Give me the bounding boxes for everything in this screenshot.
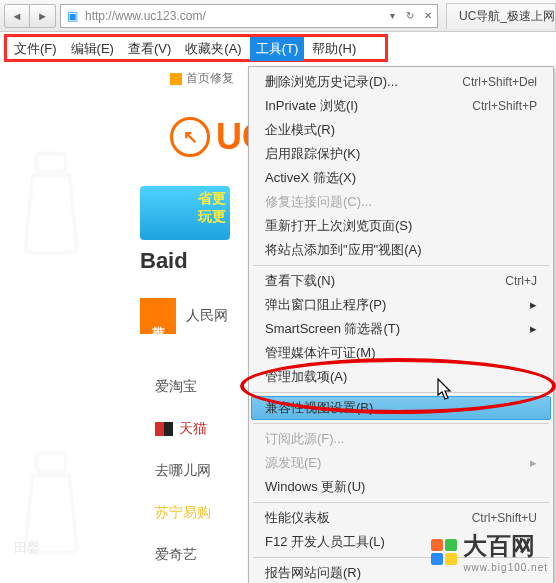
menu-item-label: 源发现(E) — [265, 451, 321, 475]
menu-item-label: F12 开发人员工具(L) — [265, 530, 385, 554]
menu-separator — [253, 423, 549, 424]
menu-item-label: Windows 更新(U) — [265, 475, 365, 499]
menu-file[interactable]: 文件(F) — [8, 37, 63, 61]
tmall-icon — [155, 422, 173, 436]
breadcrumb: 首页修复 — [170, 70, 234, 87]
url-input[interactable] — [83, 9, 383, 23]
menu-item-label: 性能仪表板 — [265, 506, 330, 530]
menu-item-label: 查看下载(N) — [265, 269, 335, 293]
menu-item-13[interactable]: 管理加载项(A) — [251, 365, 551, 389]
menu-item-7[interactable]: 将站点添加到"应用"视图(A) — [251, 238, 551, 262]
banner-line2: 玩更 — [198, 208, 226, 224]
submenu-arrow-icon: ▸ — [530, 293, 537, 317]
menu-item-label: 报告网站问题(R) — [265, 561, 361, 583]
menu-edit[interactable]: 编辑(E) — [65, 37, 120, 61]
menu-item-10[interactable]: 弹出窗口阻止程序(P)▸ — [251, 293, 551, 317]
uc-cursor-icon: ↖ — [170, 117, 210, 157]
tools-dropdown-menu: 删除浏览历史记录(D)...Ctrl+Shift+DelInPrivate 浏览… — [248, 66, 554, 583]
menu-item-label: 启用跟踪保护(K) — [265, 142, 360, 166]
stop-icon[interactable]: ✕ — [419, 7, 437, 25]
submenu-arrow-icon: ▸ — [530, 317, 537, 341]
menu-item-4[interactable]: ActiveX 筛选(X) — [251, 166, 551, 190]
home-icon — [170, 73, 182, 85]
browser-tab-uc[interactable]: UC导航_极速上网 — [446, 3, 556, 29]
menu-item-17: 订阅此源(F)... — [251, 427, 551, 451]
menu-item-21[interactable]: 性能仪表板Ctrl+Shift+U — [251, 506, 551, 530]
baidu-logo[interactable]: Baid — [140, 248, 230, 282]
menu-item-label: 兼容性视图设置(B) — [265, 397, 373, 419]
menu-help[interactable]: 帮助(H) — [306, 37, 362, 61]
menu-separator — [253, 265, 549, 266]
menu-item-label: 管理媒体许可证(M) — [265, 341, 376, 365]
back-button[interactable]: ◄ — [4, 4, 30, 28]
svg-rect-1 — [36, 453, 65, 471]
menu-item-18: 源发现(E)▸ — [251, 451, 551, 475]
dabaiwang-logo: 大百网 www.big100.net — [431, 530, 548, 573]
dropdown-icon[interactable]: ▾ — [383, 7, 401, 25]
menu-item-label: 弹出窗口阻止程序(P) — [265, 293, 386, 317]
banner-line1: 省更 — [198, 190, 226, 206]
sidebar-item-qunar[interactable]: 去哪儿网 — [155, 450, 235, 492]
menu-item-2[interactable]: 企业模式(R) — [251, 118, 551, 142]
menu-item-shortcut: Ctrl+J — [505, 269, 537, 293]
menu-item-label: 企业模式(R) — [265, 118, 335, 142]
sidebar-item-suning[interactable]: 苏宁易购 — [155, 492, 235, 534]
menu-separator — [253, 502, 549, 503]
forward-button[interactable]: ► — [30, 4, 56, 28]
ghost-tag-label: 田婴 — [14, 539, 40, 557]
menu-item-9[interactable]: 查看下载(N)Ctrl+J — [251, 269, 551, 293]
menu-item-12[interactable]: 管理媒体许可证(M) — [251, 341, 551, 365]
dabaiwang-sub: www.big100.net — [463, 562, 548, 573]
tab-title: UC导航_极速上网 — [459, 8, 555, 25]
sidebar-item-tmall[interactable]: 天猫 — [155, 408, 235, 450]
tab-renmin[interactable]: 人民网 — [186, 307, 228, 325]
menu-item-0[interactable]: 删除浏览历史记录(D)...Ctrl+Shift+Del — [251, 70, 551, 94]
menu-item-label: 删除浏览历史记录(D)... — [265, 70, 398, 94]
svg-rect-0 — [36, 153, 65, 171]
dabaiwang-text: 大百网 — [463, 530, 548, 562]
menu-item-15[interactable]: 兼容性视图设置(B) — [251, 396, 551, 420]
sidebar-item-qiongyou[interactable]: 穷游网 — [155, 576, 235, 583]
address-bar[interactable]: ▣ ▾ ↻ ✕ — [60, 4, 438, 28]
menu-tools[interactable]: 工具(T) — [250, 37, 305, 61]
submenu-arrow-icon: ▸ — [530, 451, 537, 475]
menu-item-label: InPrivate 浏览(I) — [265, 94, 358, 118]
menu-item-label: ActiveX 筛选(X) — [265, 166, 356, 190]
menu-item-label: SmartScreen 筛选器(T) — [265, 317, 400, 341]
menu-separator — [253, 392, 549, 393]
tab-recommend[interactable]: 推荐 — [140, 298, 176, 334]
menu-view[interactable]: 查看(V) — [122, 37, 177, 61]
menu-item-6[interactable]: 重新打开上次浏览页面(S) — [251, 214, 551, 238]
menu-item-5: 修复连接问题(C)... — [251, 190, 551, 214]
refresh-icon[interactable]: ↻ — [401, 7, 419, 25]
sidebar-item-aiqiyi[interactable]: 爱奇艺 — [155, 534, 235, 576]
breadcrumb-label: 首页修复 — [186, 70, 234, 87]
menu-item-label: 订阅此源(F)... — [265, 427, 344, 451]
promo-banner[interactable]: 省更 玩更 — [140, 186, 230, 240]
menu-item-3[interactable]: 启用跟踪保护(K) — [251, 142, 551, 166]
menu-favorites[interactable]: 收藏夹(A) — [179, 37, 247, 61]
globe-icon: ▣ — [63, 7, 81, 25]
menu-item-shortcut: Ctrl+Shift+Del — [462, 70, 537, 94]
menu-item-label: 重新打开上次浏览页面(S) — [265, 214, 412, 238]
menu-item-label: 管理加载项(A) — [265, 365, 347, 389]
baidu-text: Baid — [140, 248, 188, 273]
tmall-label: 天猫 — [179, 420, 207, 438]
menu-item-label: 修复连接问题(C)... — [265, 190, 372, 214]
sidebar-item-aitaobao[interactable]: 爱淘宝 — [155, 366, 235, 408]
menu-item-19[interactable]: Windows 更新(U) — [251, 475, 551, 499]
menu-item-label: 将站点添加到"应用"视图(A) — [265, 238, 422, 262]
decor-bottle-icon — [6, 146, 96, 256]
menu-item-1[interactable]: InPrivate 浏览(I)Ctrl+Shift+P — [251, 94, 551, 118]
menu-item-11[interactable]: SmartScreen 筛选器(T)▸ — [251, 317, 551, 341]
menu-item-shortcut: Ctrl+Shift+U — [472, 506, 537, 530]
menu-item-shortcut: Ctrl+Shift+P — [472, 94, 537, 118]
